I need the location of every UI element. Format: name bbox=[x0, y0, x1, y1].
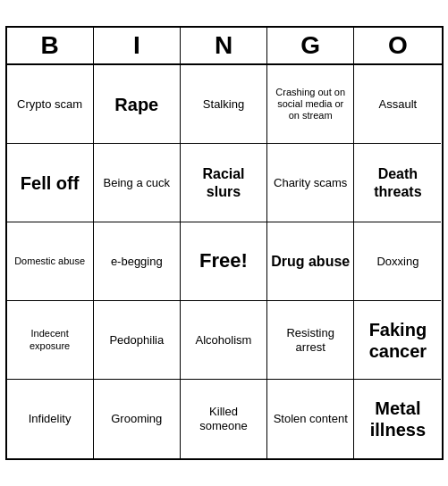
bingo-cell: Assault bbox=[354, 65, 441, 144]
bingo-cell: Death threats bbox=[354, 144, 441, 222]
bingo-cell: Crypto scam bbox=[7, 65, 94, 144]
bingo-card: BINGO Crypto scamRapeStalkingCrashing ou… bbox=[5, 26, 444, 460]
bingo-cell: Faking cancer bbox=[354, 301, 441, 380]
bingo-cell: Indecent exposure bbox=[7, 301, 94, 380]
bingo-cell: Charity scams bbox=[267, 144, 354, 222]
bingo-cell: Drug abuse bbox=[267, 222, 354, 301]
bingo-cell: Fell off bbox=[7, 144, 94, 222]
header-letter: O bbox=[354, 28, 441, 63]
bingo-cell: Racial slurs bbox=[181, 144, 267, 222]
bingo-cell: Alcoholism bbox=[181, 301, 267, 380]
bingo-header: BINGO bbox=[7, 28, 442, 65]
bingo-cell: Infidelity bbox=[7, 380, 94, 458]
bingo-cell: Doxxing bbox=[354, 222, 441, 301]
bingo-cell: Pedophilia bbox=[94, 301, 181, 380]
bingo-cell: Stolen content bbox=[267, 380, 354, 458]
bingo-cell: Resisting arrest bbox=[267, 301, 354, 380]
header-letter: B bbox=[7, 28, 94, 63]
bingo-cell: Free! bbox=[181, 222, 267, 301]
bingo-cell: Being a cuck bbox=[94, 144, 181, 222]
bingo-cell: Metal illness bbox=[354, 380, 441, 458]
bingo-cell: Crashing out on social media or on strea… bbox=[267, 65, 354, 144]
bingo-cell: Grooming bbox=[94, 380, 181, 458]
bingo-grid: Crypto scamRapeStalkingCrashing out on s… bbox=[7, 65, 442, 458]
bingo-cell: Stalking bbox=[181, 65, 267, 144]
bingo-cell: Domestic abuse bbox=[7, 222, 94, 301]
header-letter: N bbox=[181, 28, 267, 63]
bingo-cell: Killed someone bbox=[181, 380, 267, 458]
bingo-cell: Rape bbox=[94, 65, 181, 144]
header-letter: G bbox=[267, 28, 354, 63]
bingo-cell: e-begging bbox=[94, 222, 181, 301]
header-letter: I bbox=[94, 28, 181, 63]
